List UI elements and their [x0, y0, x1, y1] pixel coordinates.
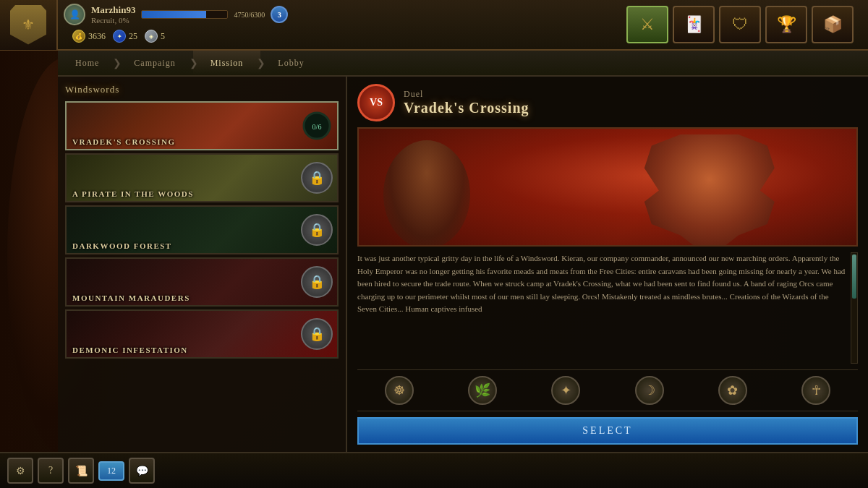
- breadcrumb-home[interactable]: Home: [58, 51, 116, 75]
- description-container: It was just another typical gritty day i…: [357, 252, 858, 364]
- lock-icon-pirate: 🔒: [301, 162, 333, 194]
- mission-description: It was just another typical gritty day i…: [357, 252, 858, 364]
- mission-label-vradek: VRADEK'S CROSSING: [72, 137, 176, 146]
- svg-text:0/6: 0/6: [312, 123, 322, 131]
- help-button[interactable]: ?: [38, 458, 64, 484]
- mission-title: Vradek's Crossing: [404, 100, 858, 116]
- orc-figure: [637, 134, 782, 247]
- scroll-indicator[interactable]: [851, 252, 858, 364]
- lock-icon-demonic: 🔒: [301, 318, 333, 350]
- right-panel: VS Duel Vradek's Crossing It was just an…: [347, 77, 868, 452]
- silver-amount: 5: [161, 31, 165, 42]
- silver-icon: ◈: [145, 30, 158, 43]
- nav-tournament-button[interactable]: 🏆: [765, 6, 807, 43]
- settings-button[interactable]: ⚙: [7, 458, 33, 484]
- mission-label-mountain: MOUNTAIN MARAUDERS: [72, 294, 190, 302]
- mission-item-pirate[interactable]: A PIRATE IN THE WOODS 🔒: [65, 153, 339, 202]
- mission-art: [357, 127, 858, 247]
- scroll-button[interactable]: 📜: [68, 458, 94, 484]
- bottom-bar: ⚙ ? 📜 12 💬: [0, 452, 868, 488]
- mission-item-demonic[interactable]: DEMONIC INFESTATION 🔒: [65, 309, 339, 359]
- scroll-thumb: [852, 254, 856, 299]
- gold-currency: 💰 3636: [72, 30, 106, 43]
- mission-badge-demonic: 🔒: [301, 318, 333, 350]
- silver-currency: ◈ 5: [145, 30, 165, 43]
- mission-badge-mountain: 🔒: [301, 266, 333, 298]
- player-block: 👤 Marzhin93 Recruit, 0% 4750/6300 3 💰 36…: [58, 1, 294, 48]
- nav-battle-button[interactable]: ⚔: [626, 6, 668, 43]
- player-name: Marzhin93: [91, 4, 135, 16]
- select-button[interactable]: Select: [357, 417, 858, 445]
- mission-label-darkwood: DARKWOOD FOREST: [72, 241, 172, 250]
- panel-title: Windswords: [65, 84, 339, 95]
- nav-icons: ⚔ 🃏 🛡 🏆 📦: [626, 6, 868, 43]
- level-badge: 3: [271, 6, 288, 23]
- breadcrumb-bar: Home Campaign Mission Lobby: [58, 51, 868, 77]
- breadcrumb-lobby[interactable]: Lobby: [260, 51, 321, 75]
- nav-cards-button[interactable]: 🃏: [673, 6, 715, 43]
- player-rank: Recruit, 0%: [91, 16, 135, 25]
- faction-row: ☸ 🌿 ✦ ☽ ✿ ☥: [357, 369, 858, 411]
- chat-button[interactable]: 💬: [129, 458, 155, 484]
- lock-icon-mountain: 🔒: [301, 266, 333, 298]
- player-name-row: 👤 Marzhin93 Recruit, 0% 4750/6300 3: [64, 4, 288, 25]
- faction-icon-ankh[interactable]: ☥: [801, 376, 830, 405]
- currency-row: 💰 3636 ✦ 25 ◈ 5: [64, 27, 288, 46]
- gold-amount: 3636: [88, 31, 106, 42]
- mission-item-mountain[interactable]: MOUNTAIN MARAUDERS 🔒: [65, 257, 339, 307]
- faction-icon-wheel[interactable]: ☸: [385, 376, 414, 405]
- breadcrumb-mission[interactable]: Mission: [193, 51, 261, 75]
- xp-bar: [141, 10, 228, 19]
- main-content: Windswords VRADEK'S CROSSING 0/6 A PIRAT…: [58, 77, 868, 452]
- blue-amount: 25: [129, 31, 137, 42]
- mission-header: VS Duel Vradek's Crossing: [357, 84, 858, 121]
- mission-item-vradek[interactable]: VRADEK'S CROSSING 0/6: [65, 101, 339, 150]
- nav-store-button[interactable]: 📦: [812, 6, 854, 43]
- gold-icon: 💰: [72, 30, 85, 43]
- notification-count: 12: [107, 466, 116, 476]
- crest-icon: ⚜: [10, 5, 46, 45]
- top-bar: ⚜ 👤 Marzhin93 Recruit, 0% 4750/6300 3 💰 …: [0, 0, 868, 51]
- xp-fill: [142, 11, 206, 18]
- nav-shield-button[interactable]: 🛡: [719, 6, 761, 43]
- mission-label-demonic: DEMONIC INFESTATION: [72, 346, 188, 354]
- mission-type: Duel: [404, 89, 858, 100]
- notification-badge[interactable]: 12: [98, 461, 124, 481]
- mission-badge-vradek: 0/6: [301, 110, 333, 142]
- lock-icon-darkwood: 🔒: [301, 214, 333, 246]
- left-panel: Windswords VRADEK'S CROSSING 0/6 A PIRAT…: [58, 77, 347, 452]
- mission-title-block: Duel Vradek's Crossing: [404, 89, 858, 116]
- faction-icon-snake[interactable]: ☽: [635, 376, 664, 405]
- breadcrumb-campaign[interactable]: Campaign: [116, 51, 192, 75]
- mission-badge-darkwood: 🔒: [301, 214, 333, 246]
- faction-icon-wreath[interactable]: 🌿: [468, 376, 497, 405]
- mission-item-darkwood[interactable]: DARKWOOD FOREST 🔒: [65, 205, 339, 254]
- xp-text: 4750/6300: [234, 11, 265, 19]
- blue-icon: ✦: [113, 30, 126, 43]
- art-shadow-left: [383, 140, 470, 247]
- faction-icon-lotus[interactable]: ✿: [718, 376, 747, 405]
- mission-label-pirate: A PIRATE IN THE WOODS: [72, 189, 194, 198]
- mission-badge-pirate: 🔒: [301, 162, 333, 194]
- vs-badge: VS: [357, 84, 395, 121]
- crest-area: ⚜: [0, 0, 58, 50]
- blue-currency: ✦ 25: [113, 30, 137, 43]
- player-avatar: 👤: [64, 4, 85, 25]
- faction-icon-spider[interactable]: ✦: [551, 376, 580, 405]
